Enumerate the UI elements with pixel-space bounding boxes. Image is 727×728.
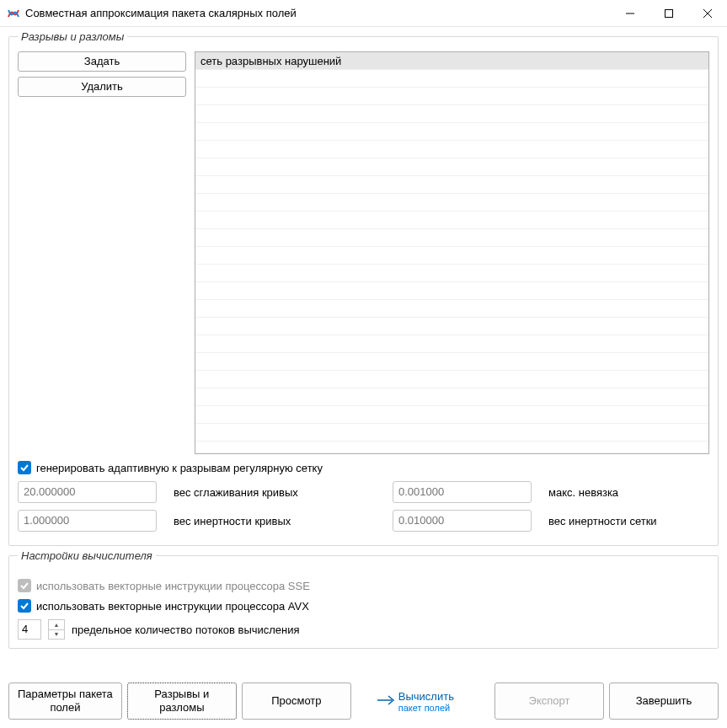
list-item[interactable] bbox=[195, 105, 708, 123]
spin-up-icon[interactable]: ▲ bbox=[49, 620, 64, 630]
arrow-right-icon bbox=[377, 694, 395, 709]
set-button[interactable]: Задать bbox=[18, 51, 186, 72]
list-item[interactable] bbox=[195, 123, 708, 141]
window-controls bbox=[611, 0, 727, 26]
list-item[interactable] bbox=[195, 247, 708, 265]
smoothing-weight-label: вес сглаживания кривых bbox=[174, 486, 376, 499]
app-icon bbox=[7, 7, 20, 20]
list-item[interactable] bbox=[195, 176, 708, 194]
list-item[interactable] bbox=[195, 141, 708, 158]
smoothing-weight-input[interactable]: 20.000000 bbox=[18, 481, 157, 503]
avx-label: использовать векторные инструкции процес… bbox=[36, 600, 309, 613]
compute-button[interactable]: Вычислить пакет полей bbox=[356, 682, 474, 720]
compute-sublabel: пакет полей bbox=[398, 703, 450, 713]
bottom-toolbar: Параметры пакета полей Разрывы и разломы… bbox=[8, 676, 719, 720]
list-item[interactable] bbox=[195, 371, 708, 388]
titlebar: Совместная аппроксимация пакета скалярны… bbox=[0, 0, 727, 27]
grid-inertia-label: вес инертности сетки bbox=[548, 515, 709, 527]
computer-legend: Настройки вычислителя bbox=[18, 549, 156, 562]
compute-label: Вычислить bbox=[398, 690, 454, 703]
maximize-button[interactable] bbox=[649, 0, 688, 26]
grid-inertia-input[interactable]: 0.010000 bbox=[393, 510, 532, 532]
list-item[interactable] bbox=[195, 388, 708, 406]
list-item[interactable] bbox=[195, 424, 708, 442]
list-item[interactable] bbox=[195, 265, 708, 282]
sse-checkbox bbox=[18, 579, 31, 592]
list-item[interactable] bbox=[195, 335, 708, 353]
list-item[interactable] bbox=[195, 318, 708, 335]
threads-label: предельное количество потоков вычисления bbox=[72, 624, 300, 636]
list-item[interactable]: сеть разрывных нарушений bbox=[195, 52, 708, 70]
curve-inertia-label: вес инертности кривых bbox=[174, 515, 376, 527]
adaptive-grid-checkbox-row[interactable]: генерировать адаптивную к разрывам регул… bbox=[18, 461, 709, 474]
list-item[interactable] bbox=[195, 300, 708, 318]
faults-listbox[interactable]: сеть разрывных нарушений bbox=[195, 51, 709, 454]
faults-fieldset: Разрывы и разломы Задать Удалить сеть ра… bbox=[8, 30, 719, 546]
export-button: Экспорт bbox=[494, 682, 604, 720]
sse-label: использовать векторные инструкции процес… bbox=[36, 580, 310, 592]
list-item[interactable] bbox=[195, 158, 708, 176]
list-item[interactable] bbox=[195, 194, 708, 211]
list-item[interactable] bbox=[195, 353, 708, 371]
adaptive-grid-label: генерировать адаптивную к разрывам регул… bbox=[36, 462, 323, 474]
faults-tab-button[interactable]: Разрывы и разломы bbox=[127, 682, 237, 720]
avx-checkbox[interactable] bbox=[18, 599, 31, 613]
spin-down-icon[interactable]: ▼ bbox=[49, 630, 64, 640]
finish-button[interactable]: Завершить bbox=[609, 682, 719, 720]
list-item[interactable] bbox=[195, 88, 708, 105]
list-item[interactable] bbox=[195, 229, 708, 247]
list-item[interactable] bbox=[195, 406, 708, 424]
close-button[interactable] bbox=[688, 0, 727, 26]
field-params-button[interactable]: Параметры пакета полей bbox=[8, 682, 122, 720]
max-residual-label: макс. невязка bbox=[548, 486, 709, 499]
preview-button[interactable]: Просмотр bbox=[242, 682, 351, 720]
list-item[interactable] bbox=[195, 211, 708, 229]
threads-input[interactable]: 4 bbox=[18, 619, 41, 640]
threads-spinner[interactable]: ▲ ▼ bbox=[48, 619, 65, 640]
sse-checkbox-row: использовать векторные инструкции процес… bbox=[18, 579, 709, 592]
curve-inertia-input[interactable]: 1.000000 bbox=[18, 510, 157, 532]
window-title: Совместная аппроксимация пакета скалярны… bbox=[25, 7, 611, 19]
svg-rect-1 bbox=[666, 9, 673, 17]
list-item[interactable] bbox=[195, 282, 708, 300]
delete-button[interactable]: Удалить bbox=[18, 77, 186, 97]
faults-legend: Разрывы и разломы bbox=[18, 30, 127, 43]
adaptive-grid-checkbox[interactable] bbox=[18, 461, 31, 474]
avx-checkbox-row[interactable]: использовать векторные инструкции процес… bbox=[18, 599, 709, 613]
computer-fieldset: Настройки вычислителя использовать векто… bbox=[8, 549, 719, 649]
max-residual-input[interactable]: 0.001000 bbox=[393, 481, 532, 503]
minimize-button[interactable] bbox=[611, 0, 649, 26]
list-item[interactable] bbox=[195, 70, 708, 88]
